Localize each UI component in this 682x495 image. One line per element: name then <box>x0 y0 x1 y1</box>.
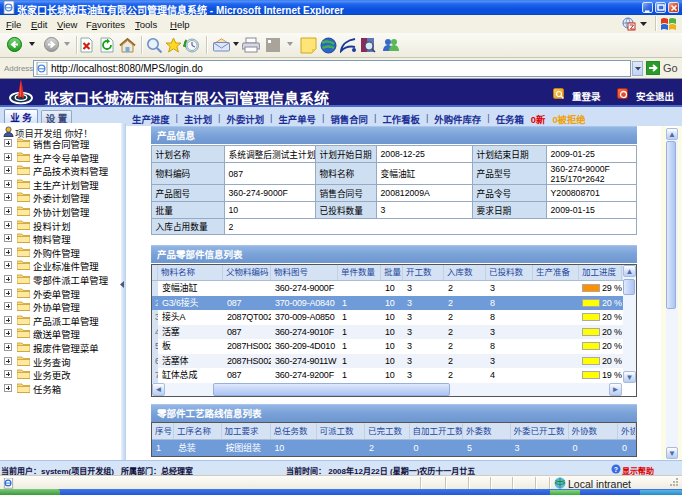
svg-text:?: ? <box>614 466 618 473</box>
